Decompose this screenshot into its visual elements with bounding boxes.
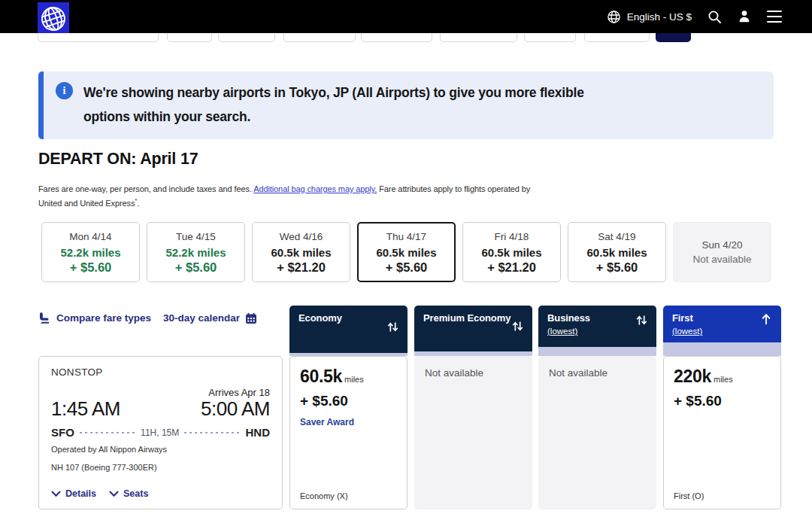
duration-label: 11H, 15M [141,427,179,438]
depart-time: 1:45 AM [51,397,120,421]
route-dash-line [80,432,135,433]
cabin-label: First [672,312,772,324]
cabin-column-business: Business (lowest) [538,306,656,356]
not-available-label: Not available [425,367,483,379]
origin-code: SFO [51,426,74,439]
miles-unit: miles [344,375,364,384]
sort-up-down-icon[interactable] [386,321,399,333]
seats-toggle[interactable]: Seats [109,488,148,499]
price-label: + $5.60 [175,260,217,275]
date-tab-fri-418[interactable]: Fri 4/18 60.5k miles + $21.20 [462,222,561,282]
miles-amount: 60.5k [300,366,342,386]
cash-price: + $5.60 [674,393,771,409]
search-form-partial [0,33,812,44]
search-form-field[interactable] [218,33,275,42]
fare-cell-first[interactable]: 220kmiles + $5.60 First (O) [663,356,781,509]
arrival-note: Arrives Apr 18 [208,387,270,398]
app-header: English - US $ [0,0,812,33]
date-label: Wed 4/16 [280,231,323,242]
miles-label: 52.2k miles [60,246,120,259]
menu-icon[interactable] [767,11,782,23]
cash-price: + $5.60 [300,393,397,409]
details-toggle[interactable]: Details [51,488,96,499]
date-label: Sun 4/20 [701,239,742,251]
fare-class-code: Economy (X) [300,491,348,500]
cabin-header-economy[interactable]: Economy [289,306,408,353]
route-dash-line [184,432,240,433]
nearby-airports-notice: i We're showing nearby airports in Tokyo… [38,71,774,139]
chevron-down-icon [51,491,61,497]
cabin-sublabel: (lowest) [672,327,702,336]
cabin-column-first-active-sort: First (lowest) [663,306,781,356]
miles-line: 220kmiles [674,366,771,387]
search-icon[interactable] [707,10,722,24]
price-label: + $5.60 [70,260,112,275]
header-actions: English - US $ [607,0,782,33]
route-row: SFO 11H, 15M HND [51,426,270,439]
miles-label: 52.2k miles [165,246,226,259]
cabin-header-premium-economy[interactable]: Premium Economy [414,306,532,351]
chevron-down-icon [109,491,119,497]
flight-number-equipment: NH 107 (Boeing 777-300ER) [51,463,157,472]
cabin-header-first[interactable]: First (lowest) [663,306,781,342]
cabin-label: Economy [298,312,398,324]
search-form-field[interactable] [283,33,356,42]
date-tab-sun-420-unavailable: Sun 4/20 Not available [673,222,771,282]
details-label: Details [65,488,96,499]
fare-cell-economy[interactable]: 60.5kmiles + $5.60 Saver Award Economy (… [289,356,408,509]
miles-label: 60.5k miles [586,246,647,259]
depart-heading: DEPART ON: April 17 [38,150,198,169]
cabin-sublabel: (lowest) [547,327,577,336]
search-submit-button[interactable] [656,33,691,42]
locale-selector[interactable]: English - US $ [607,10,692,24]
seats-label: Seats [123,488,148,499]
miles-line: 60.5kmiles [300,366,397,387]
fare-disclaimer: Fares are one-way, per person, and inclu… [38,183,530,209]
fare-cell-premium-economy-unavailable: Not available [414,356,532,509]
search-form-field[interactable] [584,33,650,42]
cabin-column-premium-economy: Premium Economy [414,306,532,356]
search-form-field[interactable] [524,33,576,42]
globe-icon [607,10,621,24]
date-tab-mon-414[interactable]: Mon 4/14 52.2k miles + $5.60 [41,222,140,282]
calendar-icon [245,312,257,324]
date-tab-thu-417-selected[interactable]: Thu 4/17 60.5k miles + $5.60 [357,222,456,282]
price-label: + $21.20 [277,260,326,275]
date-tab-sat-419[interactable]: Sat 4/19 60.5k miles + $5.60 [568,222,666,282]
stops-label: NONSTOP [51,366,103,378]
fare-cell-business-unavailable: Not available [538,356,656,509]
search-form-field[interactable] [38,33,159,42]
cabin-header-business[interactable]: Business (lowest) [538,306,656,347]
price-label: + $5.60 [386,260,428,275]
arrive-time: 5:00 AM [201,397,270,421]
price-label: + $21.20 [487,260,536,275]
bag-charges-link[interactable]: Additional bag charges may apply. [253,184,377,193]
cabin-label: Business [547,312,647,324]
status-label: Not available [692,254,751,265]
locale-label: English - US $ [627,11,692,23]
seat-icon [38,312,51,324]
notice-text: We're showing nearby airports in Tokyo, … [83,81,584,129]
arrow-up-icon[interactable] [759,312,773,326]
award-type-label: Saver Award [300,417,397,427]
date-label: Fri 4/18 [495,231,529,242]
miles-label: 60.5k miles [481,246,541,259]
sort-up-down-icon[interactable] [511,320,524,333]
compare-fare-types-link[interactable]: Compare fare types [38,312,151,324]
date-tab-wed-416[interactable]: Wed 4/16 60.5k miles + $21.20 [252,222,350,282]
search-form-field[interactable] [167,33,212,42]
not-available-label: Not available [549,367,607,379]
date-tab-tue-415[interactable]: Tue 4/15 52.2k miles + $5.60 [147,222,245,282]
search-form-field[interactable] [361,33,432,42]
thirty-day-calendar-link[interactable]: 30-day calendar [163,312,257,324]
fare-class-code: First (O) [674,491,704,500]
destination-code: HND [246,426,271,439]
sort-up-down-icon[interactable] [635,314,648,327]
account-icon[interactable] [738,10,751,23]
operated-by-label: Operated by All Nippon Airways [51,445,167,454]
united-globe-logo[interactable] [38,2,69,35]
search-form-field[interactable] [440,33,517,42]
time-row: 1:45 AM 5:00 AM [51,397,270,421]
miles-label: 60.5k miles [376,246,436,259]
cabin-column-economy: Economy [289,306,408,356]
